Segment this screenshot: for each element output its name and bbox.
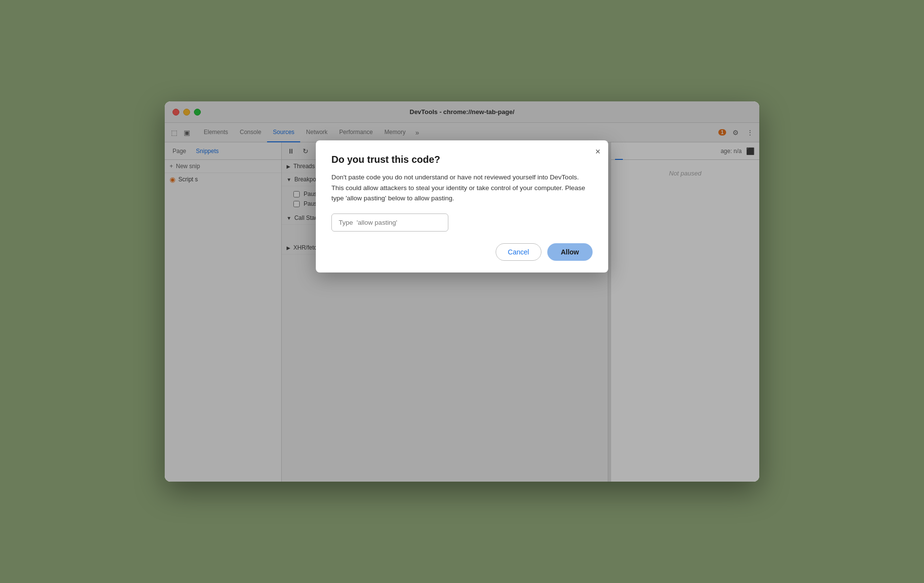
devtools-window: DevTools - chrome://new-tab-page/ ⬚ ▣ El…	[165, 101, 759, 482]
allow-button[interactable]: Allow	[547, 243, 593, 261]
allow-pasting-input[interactable]	[331, 214, 448, 232]
modal-buttons: Cancel Allow	[331, 243, 593, 261]
modal-title: Do you trust this code?	[331, 154, 593, 165]
modal-description: Don't paste code you do not understand o…	[331, 172, 593, 204]
modal-close-button[interactable]: ×	[595, 147, 600, 156]
modal-overlay: × Do you trust this code? Don't paste co…	[165, 101, 759, 482]
trust-dialog: × Do you trust this code? Don't paste co…	[316, 140, 608, 272]
cancel-button[interactable]: Cancel	[496, 243, 541, 261]
